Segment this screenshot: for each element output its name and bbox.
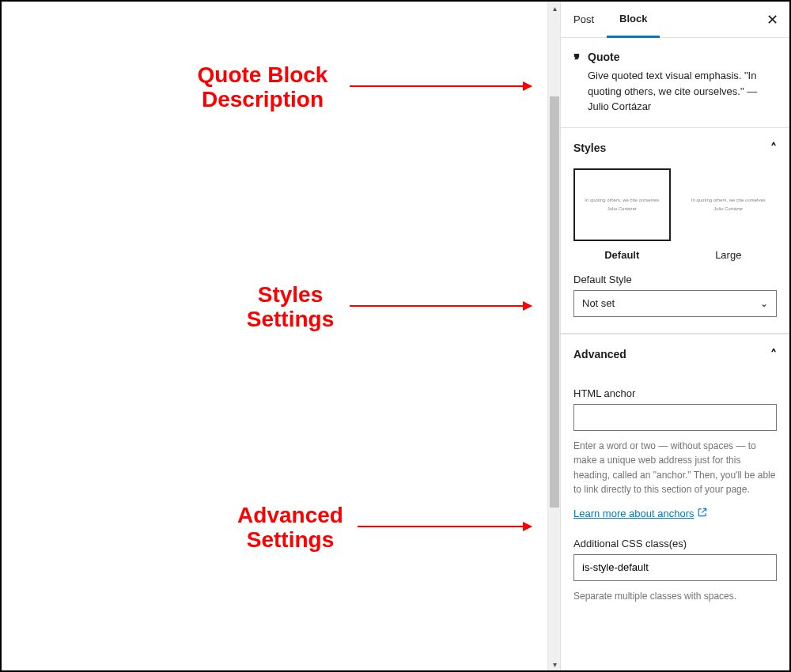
styles-panel-body: In quoting others, we cite ourselves Jul…	[561, 168, 789, 334]
learn-more-anchors-link[interactable]: Learn more about anchors	[573, 507, 708, 520]
chevron-down-icon: ⌄	[760, 298, 768, 309]
styles-panel-toggle[interactable]: Styles ˄	[561, 128, 789, 168]
quote-icon: ❜❜	[573, 51, 577, 115]
sidebar-tabs: Post Block ✕	[561, 2, 789, 38]
external-link-icon	[697, 507, 708, 520]
arrow-advanced	[358, 526, 532, 527]
block-inspector-sidebar: Post Block ✕ ❜❜ Quote Give quoted text v…	[560, 2, 789, 670]
style-label-default: Default	[573, 241, 671, 261]
style-option-default[interactable]: In quoting others, we cite ourselves Jul…	[573, 168, 671, 261]
annotation-desc: Quote Block Description	[184, 63, 342, 112]
css-classes-input[interactable]	[573, 554, 777, 581]
default-style-label: Default Style	[573, 274, 777, 285]
style-option-large[interactable]: In quoting others, we cite ourselves Jul…	[680, 168, 778, 261]
style-preview-default: In quoting others, we cite ourselves Jul…	[573, 168, 671, 241]
close-icon: ✕	[766, 11, 778, 28]
default-style-value: Not set	[582, 297, 615, 309]
arrow-desc	[350, 85, 532, 87]
annotation-styles: Styles Settings	[239, 283, 342, 332]
html-anchor-help: Enter a word or two — without spaces — t…	[573, 439, 777, 497]
css-classes-label: Additional CSS class(es)	[573, 538, 777, 549]
advanced-panel-toggle[interactable]: Advanced ˄	[561, 334, 789, 375]
chevron-up-icon: ˄	[770, 141, 777, 156]
style-preview-large: In quoting others, we cite ourselves Jul…	[680, 168, 778, 241]
close-sidebar-button[interactable]: ✕	[758, 6, 786, 34]
scrollbar-up-icon[interactable]: ▴	[548, 2, 561, 14]
default-style-select[interactable]: Not set ⌄	[573, 290, 777, 317]
tab-block[interactable]: Block	[607, 2, 660, 38]
advanced-panel-body: HTML anchor Enter a word or two — withou…	[561, 375, 789, 620]
scrollbar-down-icon[interactable]: ▾	[548, 658, 561, 670]
scrollbar-track[interactable]: ▴ ▾	[547, 2, 560, 670]
advanced-panel-heading: Advanced	[573, 348, 626, 361]
html-anchor-label: HTML anchor	[573, 387, 777, 399]
arrow-styles	[350, 305, 532, 307]
screenshot-frame: Quote Block Description Styles Settings …	[0, 0, 791, 672]
style-label-large: Large	[680, 241, 778, 261]
editor-canvas: Quote Block Description Styles Settings …	[2, 2, 560, 670]
annotation-advanced: Advanced Settings	[231, 504, 350, 553]
tab-post[interactable]: Post	[561, 2, 607, 38]
css-classes-help: Separate multiple classes with spaces.	[573, 589, 777, 604]
learn-more-text: Learn more about anchors	[573, 508, 694, 519]
scrollbar-thumb[interactable]	[550, 96, 559, 508]
block-description-card: ❜❜ Quote Give quoted text visual emphasi…	[561, 38, 789, 128]
styles-panel-heading: Styles	[573, 142, 606, 154]
html-anchor-input[interactable]	[573, 404, 777, 431]
block-title: Quote	[588, 51, 777, 63]
chevron-up-icon: ˄	[770, 347, 777, 362]
block-description-text: Give quoted text visual emphasis. "In qu…	[588, 68, 777, 115]
